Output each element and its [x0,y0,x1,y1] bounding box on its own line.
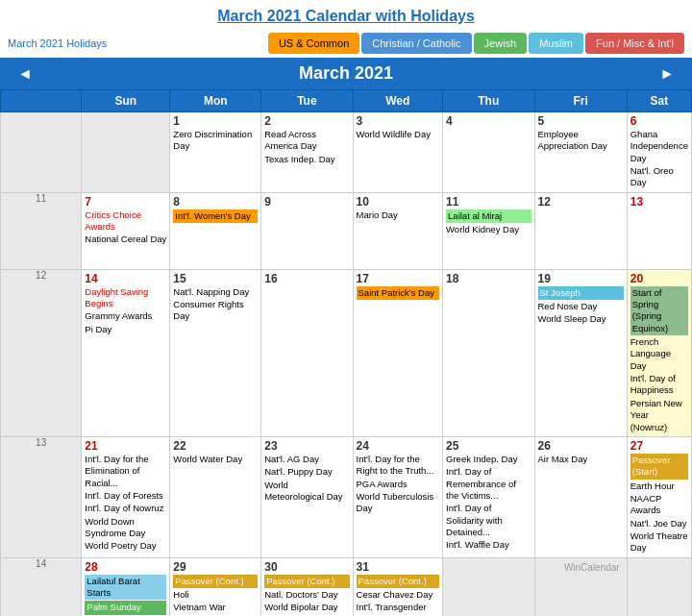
tab-fun[interactable]: Fun / Misc & Int'l [585,33,684,54]
day-number: 29 [173,560,258,574]
day-cell-13: 13 [627,192,691,269]
day-number: 28 [85,560,166,574]
day-cell-apr2: WinCalendar [534,557,627,616]
day-cell-5: 5 Employee Appreciation Day [534,112,627,193]
day-cell-10: 10 Mario Day [353,192,443,269]
week-num: 11 [1,192,82,269]
event: Lailatul Barat Starts [85,575,166,601]
day-cell-28: 28 Lailatul Barat Starts Palm Sunday Pas… [82,557,170,616]
day-number: 11 [446,195,531,209]
day-number: 1 [173,114,258,128]
header-wed: Wed [353,90,443,112]
day-cell-16: 16 [261,269,353,436]
day-number: 3 [357,114,440,128]
day-cell-14: 14 Daylight Saving Begins Grammy Awards … [82,269,170,436]
header-tue: Tue [261,90,353,112]
day-cell-4: 4 [443,112,534,193]
day-number: 9 [264,195,349,209]
table-row: 12 14 Daylight Saving Begins Grammy Awar… [1,269,692,436]
event: NAACP Awards [630,493,688,517]
day-cell-21: 21 Int'l. Day for the Elimination of Rac… [82,436,170,557]
calendar-table: Sun Mon Tue Wed Thu Fri Sat 1 Zero Discr… [0,89,692,616]
tab-us[interactable]: US & Common [268,33,359,54]
day-number: 26 [538,439,624,453]
filter-bar: March 2021 Holidays US & Common Christia… [0,29,692,58]
day-number: 5 [538,114,624,128]
week-num [1,112,82,193]
day-number: 19 [538,272,624,285]
day-number: 30 [264,560,349,574]
day-cell-6: 6 Ghana Independence Day Nat'l. Oreo Day [627,112,691,193]
event: Saint Patrick's Day [357,286,440,300]
event: Int'l. Waffle Day [446,539,531,551]
day-cell-31: 31 Passover (Cont.) Cesar Chavez Day Int… [353,557,443,616]
event: Nat'l. Oreo Day [630,165,688,189]
event: Int'l. Day of Forests [85,490,166,502]
calendar-nav: ◄ March 2021 ► [0,58,692,89]
event: Passover (Cont.) [173,575,258,588]
tab-muslim[interactable]: Muslim [529,33,583,54]
table-row: 1 Zero Discrimination Day 2 Read Across … [1,112,692,193]
event: Passover (Start) [630,454,688,480]
week-num: 14 [1,557,82,616]
day-cell-22: 22 World Water Day [170,436,261,557]
event: Nat'l. Joe Day [630,518,688,530]
table-row: 13 21 Int'l. Day for the Elimination of … [1,436,692,557]
filter-tabs: US & Common Christian / Catholic Jewish … [268,33,684,54]
event: Passover (Cont.) [357,575,440,588]
day-cell-apr3 [627,557,691,616]
day-cell-27: 27 Passover (Start) Earth Hour NAACP Awa… [627,436,691,557]
day-cell-15: 15 Nat'l. Napping Day Consumer Rights Da… [170,269,261,436]
event: Nat'l. Puppy Day [264,466,349,478]
event: Grammy Awards [85,310,166,322]
event: Vietnam War Veterans Day [173,602,258,616]
day-number: 23 [264,439,349,453]
event: World Wildlife Day [357,129,440,140]
day-number: 14 [85,272,166,285]
day-cell-19: 19 St Joseph Red Nose Day World Sleep Da… [534,269,627,436]
day-number: 20 [630,272,688,285]
event: Ghana Independence Day [630,129,688,164]
day-cell-2: 2 Read Across America Day Texas Indep. D… [261,112,353,193]
event: Nat'l. AG Day [264,454,349,465]
header-thu: Thu [443,90,534,112]
tab-jewish[interactable]: Jewish [474,33,528,54]
event: Passover (Cont.) [264,575,349,588]
day-cell-23: 23 Nat'l. AG Day Nat'l. Puppy Day World … [261,436,353,557]
day-number: 22 [173,439,258,453]
event: Zero Discrimination Day [173,129,258,153]
tab-christian[interactable]: Christian / Catholic [361,33,471,54]
event: Natl. Doctors' Day [264,589,349,601]
day-cell-25: 25 Greek Indep. Day Int'l. Day of Rememb… [443,436,534,557]
week-num: 12 [1,269,82,436]
event: Int'l. Day of Remembrance of the Victims… [446,466,531,502]
event: Texas Indep. Day [264,154,349,165]
day-cell-12: 12 [534,192,627,269]
table-row: 11 7 Critics Choice Awards National Cere… [1,192,692,269]
day-cell-20: 20 Start of Spring (Spring Equinox) Fren… [627,269,691,436]
event: Daylight Saving Begins [85,286,166,310]
prev-month-button[interactable]: ◄ [10,65,40,83]
day-number: 2 [264,114,349,128]
day-number: 25 [446,439,531,453]
day-number: 31 [357,560,440,574]
event: French Language Day [630,336,688,372]
event: Cesar Chavez Day [357,589,440,601]
event: PGA Awards [357,479,440,490]
day-cell-29: 29 Passover (Cont.) Holi Vietnam War Vet… [170,557,261,616]
event: Consumer Rights Day [173,299,258,323]
day-number: 16 [264,272,349,285]
event: Mario Day [357,209,440,221]
event: Lailat al Miraj [446,209,531,223]
watermark: WinCalendar [538,560,624,575]
event: Int'l. Day for the Right to the Truth... [357,454,440,478]
event: Int'l. Transgender Day of Visibility [357,602,440,616]
day-cell-17: 17 Saint Patrick's Day [353,269,443,436]
next-month-button[interactable]: ► [652,65,682,83]
event: Palm Sunday [85,601,166,614]
event: Nat'l. Napping Day [173,286,258,298]
event: Read Across America Day [264,129,349,153]
event: Int'l. Women's Day [173,209,258,223]
day-number: 10 [357,195,440,209]
day-number: 27 [630,439,688,453]
